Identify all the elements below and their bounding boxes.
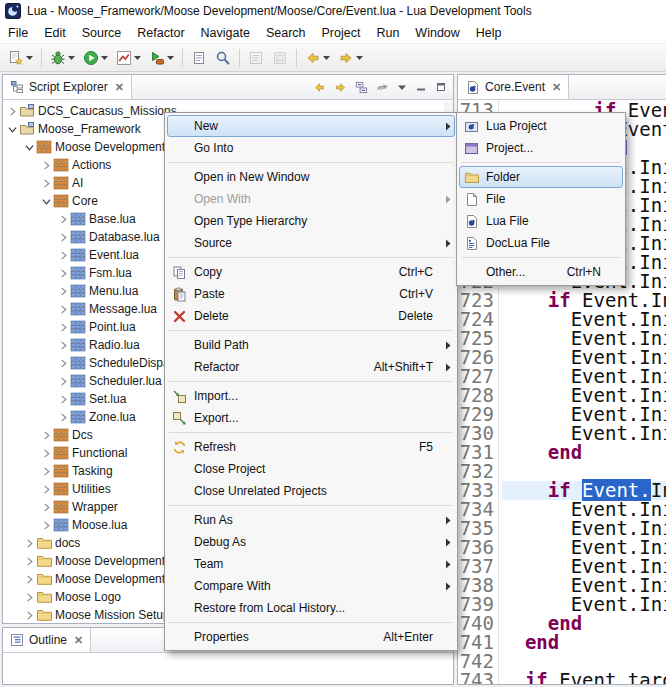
maximize-button[interactable]: [433, 79, 449, 95]
dropdown-caret-icon[interactable]: [134, 56, 141, 60]
menu-item-compare-with[interactable]: Compare With: [167, 575, 455, 597]
tree-collapsed-icon[interactable]: [58, 251, 69, 260]
menu-item-debug-as[interactable]: Debug As: [167, 531, 455, 553]
tree-collapsed-icon[interactable]: [58, 377, 69, 386]
tree-expanded-icon[interactable]: [7, 125, 18, 134]
tree-collapsed-icon[interactable]: [41, 449, 52, 458]
menu-item-source[interactable]: Source: [167, 232, 455, 254]
menu-item-lua-file[interactable]: Lua File: [459, 210, 623, 232]
tree-collapsed-icon[interactable]: [58, 287, 69, 296]
dropdown-caret-icon[interactable]: [68, 56, 75, 60]
tree-collapsed-icon[interactable]: [41, 431, 52, 440]
menu-item-close-project[interactable]: Close Project: [167, 458, 455, 480]
menu-item-run-as[interactable]: Run As: [167, 509, 455, 531]
menu-item-project[interactable]: Project...: [459, 137, 623, 159]
menubar-item-navigate[interactable]: Navigate: [193, 24, 258, 42]
dropdown-caret-icon[interactable]: [101, 56, 108, 60]
tree-collapsed-icon[interactable]: [24, 539, 35, 548]
menu-item-open-type-hierarchy[interactable]: Open Type Hierarchy: [167, 210, 455, 232]
menu-item-open-in-new-window[interactable]: Open in New Window: [167, 166, 455, 188]
menu-item-refactor[interactable]: RefactorAlt+Shift+T: [167, 356, 455, 378]
minimize-button[interactable]: [413, 79, 429, 95]
tree-collapsed-icon[interactable]: [41, 503, 52, 512]
menu-item-close-unrelated-projects[interactable]: Close Unrelated Projects: [167, 480, 455, 502]
tree-collapsed-icon[interactable]: [24, 575, 35, 584]
tree-collapsed-icon[interactable]: [58, 395, 69, 404]
tree-collapsed-icon[interactable]: [58, 215, 69, 224]
external-tools-button[interactable]: [146, 48, 177, 68]
tree-collapsed-icon[interactable]: [41, 161, 52, 170]
run-button[interactable]: [80, 48, 111, 68]
debug-button[interactable]: [47, 48, 78, 68]
menu-item-export[interactable]: Export...: [167, 407, 455, 429]
forward-button[interactable]: [335, 48, 366, 68]
close-icon[interactable]: ✕: [74, 634, 83, 647]
dropdown-caret-icon[interactable]: [323, 56, 330, 60]
menu-item-team[interactable]: Team: [167, 553, 455, 575]
tree-collapsed-icon[interactable]: [41, 467, 52, 476]
menu-item-go-into[interactable]: Go Into: [167, 137, 455, 159]
menu-item-import[interactable]: Import...: [167, 385, 455, 407]
script-explorer-tab[interactable]: Script Explorer ✕: [3, 75, 132, 99]
tree-collapsed-icon[interactable]: [7, 107, 18, 116]
tree-collapsed-icon[interactable]: [58, 269, 69, 278]
view-menu-button[interactable]: [395, 81, 409, 93]
collapse-all-button[interactable]: [353, 79, 370, 96]
menubar-item-edit[interactable]: Edit: [36, 24, 74, 42]
tree-collapsed-icon[interactable]: [58, 233, 69, 242]
menu-item-delete[interactable]: DeleteDelete: [167, 305, 455, 327]
view-back-button[interactable]: [311, 79, 328, 96]
editor-tab-core-event[interactable]: Core.Event ✕: [458, 75, 569, 99]
menu-item-paste[interactable]: PasteCtrl+V: [167, 283, 455, 305]
code-line-743[interactable]: if Event.target then: [502, 671, 666, 684]
menu-item-refresh[interactable]: RefreshF5: [167, 436, 455, 458]
tree-collapsed-icon[interactable]: [41, 521, 52, 530]
menu-item-folder[interactable]: Folder: [459, 166, 623, 188]
outline-tab[interactable]: Outline ✕: [3, 628, 91, 652]
open-element-button[interactable]: [188, 48, 210, 68]
menu-item-other[interactable]: Other...Ctrl+N: [459, 261, 623, 283]
dropdown-caret-icon[interactable]: [356, 56, 363, 60]
coverage-button[interactable]: [113, 48, 144, 68]
menu-item-properties[interactable]: PropertiesAlt+Enter: [167, 626, 455, 648]
menu-item-lua-project[interactable]: Lua Project: [459, 115, 623, 137]
menubar-item-window[interactable]: Window: [407, 24, 467, 42]
tree-expanded-icon[interactable]: [24, 143, 35, 152]
menu-item-build-path[interactable]: Build Path: [167, 334, 455, 356]
menubar-item-help[interactable]: Help: [468, 24, 510, 42]
tree-collapsed-icon[interactable]: [58, 305, 69, 314]
link-editor-button[interactable]: [374, 79, 391, 96]
menubar-item-run[interactable]: Run: [368, 24, 407, 42]
code-line-741[interactable]: end: [502, 633, 666, 652]
tree-expanded-icon[interactable]: [41, 197, 52, 206]
tree-collapsed-icon[interactable]: [24, 557, 35, 566]
tree-collapsed-icon[interactable]: [24, 593, 35, 602]
menu-item-doclua-file[interactable]: DocLua File: [459, 232, 623, 254]
menubar-item-search[interactable]: Search: [258, 24, 314, 42]
menubar-item-project[interactable]: Project: [314, 24, 369, 42]
close-icon[interactable]: ✕: [115, 81, 124, 94]
menu-item-file[interactable]: File: [459, 188, 623, 210]
dropdown-caret-icon[interactable]: [26, 56, 33, 60]
tree-collapsed-icon[interactable]: [58, 413, 69, 422]
view-forward-button[interactable]: [332, 79, 349, 96]
new-wizard-button[interactable]: [5, 48, 36, 68]
tree-collapsed-icon[interactable]: [58, 341, 69, 350]
search-button[interactable]: [212, 48, 234, 68]
code-line-731[interactable]: end: [502, 443, 666, 462]
tree-collapsed-icon[interactable]: [58, 359, 69, 368]
menubar-item-file[interactable]: File: [0, 24, 36, 42]
menu-item-restore-from-local-history[interactable]: Restore from Local History...: [167, 597, 455, 619]
dropdown-caret-icon[interactable]: [167, 56, 174, 60]
close-icon[interactable]: ✕: [552, 81, 561, 94]
tree-collapsed-icon[interactable]: [41, 179, 52, 188]
tree-collapsed-icon[interactable]: [24, 611, 35, 620]
tree-collapsed-icon[interactable]: [58, 323, 69, 332]
back-button[interactable]: [302, 48, 333, 68]
titlebar[interactable]: Lua - Moose_Framework/Moose Development/…: [0, 0, 666, 22]
menu-item-copy[interactable]: CopyCtrl+C: [167, 261, 455, 283]
menubar-item-refactor[interactable]: Refactor: [129, 24, 192, 42]
tree-collapsed-icon[interactable]: [41, 485, 52, 494]
menubar-item-source[interactable]: Source: [74, 24, 130, 42]
menu-item-new[interactable]: New: [167, 115, 455, 137]
